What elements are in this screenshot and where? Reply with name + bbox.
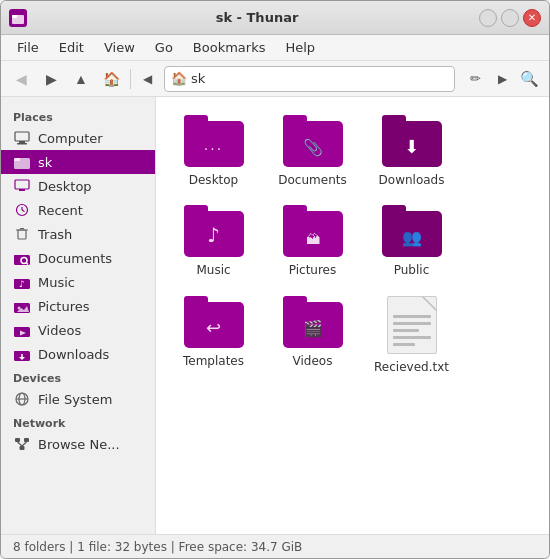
sidebar-label-pictures: Pictures bbox=[38, 299, 89, 314]
places-label: Places bbox=[1, 105, 155, 126]
file-grid: ··· Desktop 📎 Documents ⬇ bbox=[156, 97, 549, 534]
sidebar-label-videos: Videos bbox=[38, 323, 81, 338]
statusbar: 8 folders | 1 file: 32 bytes | Free spac… bbox=[1, 534, 549, 558]
file-item-recieved[interactable]: Recieved.txt bbox=[364, 288, 459, 380]
close-button[interactable]: ✕ bbox=[523, 9, 541, 27]
file-item-videos[interactable]: 🎬 Videos bbox=[265, 288, 360, 380]
svg-line-39 bbox=[18, 442, 23, 446]
menu-view[interactable]: View bbox=[96, 38, 143, 57]
svg-rect-1 bbox=[12, 15, 17, 18]
location-bar: 🏠 sk bbox=[164, 66, 455, 92]
svg-line-18 bbox=[27, 263, 29, 265]
sidebar-label-documents: Documents bbox=[38, 251, 112, 266]
minimize-button[interactable] bbox=[479, 9, 497, 27]
sidebar-item-documents[interactable]: Documents bbox=[1, 246, 155, 270]
sidebar-item-downloads[interactable]: Downloads bbox=[1, 342, 155, 366]
file-item-downloads[interactable]: ⬇ Downloads bbox=[364, 107, 459, 193]
svg-rect-6 bbox=[14, 158, 20, 161]
main-content: Places Computer sk Desktop bbox=[1, 97, 549, 534]
svg-rect-30 bbox=[14, 351, 20, 354]
pictures-filename: Pictures bbox=[289, 263, 337, 277]
pictures-folder-icon-grid: 🏔 bbox=[283, 205, 343, 257]
sidebar-item-videos[interactable]: Videos bbox=[1, 318, 155, 342]
network-icon bbox=[13, 435, 31, 453]
sidebar-item-pictures[interactable]: Pictures bbox=[1, 294, 155, 318]
documents-folder-icon bbox=[13, 249, 31, 267]
location-back-arrow[interactable]: ◀ bbox=[136, 65, 158, 93]
svg-text:♪: ♪ bbox=[19, 279, 25, 289]
menu-file[interactable]: File bbox=[9, 38, 47, 57]
computer-icon bbox=[13, 129, 31, 147]
sidebar-label-filesystem: File System bbox=[38, 392, 112, 407]
up-button[interactable]: ▲ bbox=[67, 65, 95, 93]
location-text: sk bbox=[191, 71, 448, 86]
file-item-music[interactable]: ♪ Music bbox=[166, 197, 261, 283]
sidebar-label-network: Browse Ne... bbox=[38, 437, 120, 452]
menu-help[interactable]: Help bbox=[277, 38, 323, 57]
file-item-pictures[interactable]: 🏔 Pictures bbox=[265, 197, 360, 283]
sidebar-item-filesystem[interactable]: File System bbox=[1, 387, 155, 411]
home-button[interactable]: 🏠 bbox=[97, 65, 125, 93]
videos-folder-icon-grid: 🎬 bbox=[283, 296, 343, 348]
file-item-public[interactable]: 👥 Public bbox=[364, 197, 459, 283]
filesystem-icon bbox=[13, 390, 31, 408]
maximize-button[interactable] bbox=[501, 9, 519, 27]
file-item-desktop[interactable]: ··· Desktop bbox=[166, 107, 261, 193]
public-folder-icon-grid: 👥 bbox=[382, 205, 442, 257]
svg-rect-37 bbox=[24, 438, 29, 442]
sidebar-item-computer[interactable]: Computer bbox=[1, 126, 155, 150]
downloads-folder-icon-grid: ⬇ bbox=[382, 115, 442, 167]
sidebar-label-recent: Recent bbox=[38, 203, 83, 218]
videos-filename: Videos bbox=[293, 354, 333, 368]
svg-rect-36 bbox=[15, 438, 20, 442]
svg-rect-23 bbox=[14, 303, 20, 306]
recieved-filename: Recieved.txt bbox=[374, 360, 449, 374]
svg-point-25 bbox=[18, 307, 21, 310]
music-folder-icon: ♪ bbox=[13, 273, 31, 291]
location-forward-arrow[interactable]: ▶ bbox=[491, 65, 513, 93]
templates-filename: Templates bbox=[183, 354, 244, 368]
sidebar-item-recent[interactable]: Recent bbox=[1, 198, 155, 222]
sidebar-item-desktop[interactable]: Desktop bbox=[1, 174, 155, 198]
forward-button[interactable]: ▶ bbox=[37, 65, 65, 93]
app-icon bbox=[9, 9, 27, 27]
public-filename: Public bbox=[394, 263, 430, 277]
sidebar-item-music[interactable]: ♪ Music bbox=[1, 270, 155, 294]
back-button[interactable]: ◀ bbox=[7, 65, 35, 93]
documents-folder-icon-grid: 📎 bbox=[283, 115, 343, 167]
file-item-documents[interactable]: 📎 Documents bbox=[265, 107, 360, 193]
trash-icon bbox=[13, 225, 31, 243]
search-button[interactable]: 🔍 bbox=[515, 65, 543, 93]
svg-rect-4 bbox=[17, 143, 27, 145]
menu-go[interactable]: Go bbox=[147, 38, 181, 57]
window-controls: ✕ bbox=[479, 9, 541, 27]
svg-line-40 bbox=[22, 442, 27, 446]
main-window: sk - Thunar ✕ File Edit View Go Bookmark… bbox=[0, 0, 550, 559]
music-filename: Music bbox=[196, 263, 230, 277]
sidebar-label-desktop: Desktop bbox=[38, 179, 92, 194]
recent-icon bbox=[13, 201, 31, 219]
sidebar-item-sk[interactable]: sk bbox=[1, 150, 155, 174]
svg-rect-38 bbox=[20, 446, 25, 450]
desktop-folder-icon: ··· bbox=[184, 115, 244, 167]
menu-edit[interactable]: Edit bbox=[51, 38, 92, 57]
location-home-icon: 🏠 bbox=[171, 71, 187, 86]
devices-label: Devices bbox=[1, 366, 155, 387]
toolbar: ◀ ▶ ▲ 🏠 ◀ 🏠 sk ✏ ▶ 🔍 bbox=[1, 61, 549, 97]
edit-location-button[interactable]: ✏ bbox=[461, 65, 489, 93]
svg-rect-7 bbox=[15, 180, 29, 189]
menu-bookmarks[interactable]: Bookmarks bbox=[185, 38, 274, 57]
videos-folder-icon bbox=[13, 321, 31, 339]
desktop-filename: Desktop bbox=[189, 173, 239, 187]
network-label: Network bbox=[1, 411, 155, 432]
desktop-icon bbox=[13, 177, 31, 195]
svg-line-11 bbox=[22, 210, 25, 212]
sidebar-item-network[interactable]: Browse Ne... bbox=[1, 432, 155, 456]
file-item-templates[interactable]: ↩ Templates bbox=[166, 288, 261, 380]
music-folder-icon-grid: ♪ bbox=[184, 205, 244, 257]
sidebar-item-trash[interactable]: Trash bbox=[1, 222, 155, 246]
svg-rect-12 bbox=[18, 230, 26, 239]
sidebar-label-computer: Computer bbox=[38, 131, 103, 146]
downloads-filename: Downloads bbox=[379, 173, 445, 187]
templates-folder-icon-grid: ↩ bbox=[184, 296, 244, 348]
